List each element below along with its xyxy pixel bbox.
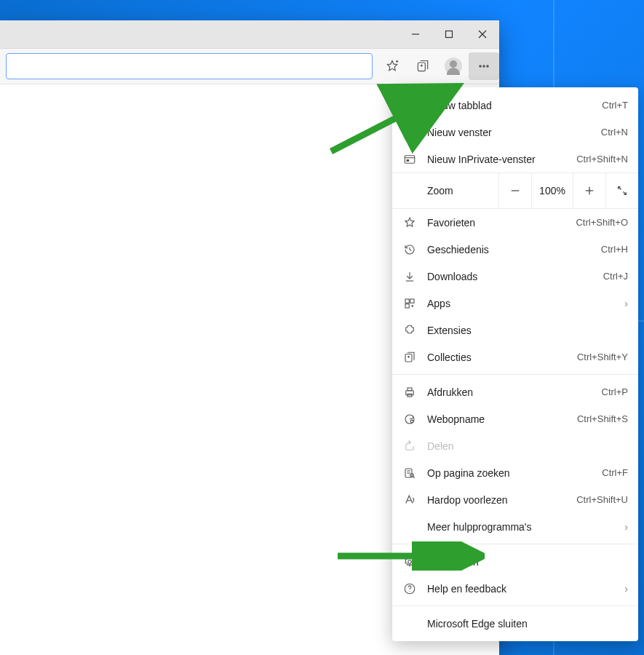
menu-label: Favorieten [427, 217, 565, 229]
menu-item-new-inprivate[interactable]: Nieuw InPrivate-venster Ctrl+Shift+N [392, 146, 638, 172]
window-titlebar [0, 20, 499, 49]
new-tab-icon [402, 98, 417, 113]
web-capture-icon [402, 412, 417, 426]
menu-label: Webopname [427, 413, 567, 425]
desktop-wallpaper: Nieuw tabblad Ctrl+T Nieuw venster Ctrl+… [0, 0, 644, 655]
print-icon [402, 385, 417, 400]
svg-point-9 [480, 66, 481, 67]
svg-rect-37 [408, 388, 412, 391]
menu-shortcut: Ctrl+Shift+Y [577, 352, 628, 362]
menu-item-new-window[interactable]: Nieuw venster Ctrl+N [392, 119, 638, 146]
zoom-label: Zoom [392, 173, 498, 208]
menu-label: Extensies [427, 325, 628, 336]
menu-item-collections[interactable]: Collecties Ctrl+Shift+Y [392, 344, 638, 370]
fullscreen-button[interactable] [605, 173, 638, 208]
help-icon [402, 581, 417, 596]
new-window-icon [402, 125, 417, 140]
chevron-right-icon: › [624, 521, 628, 533]
svg-rect-16 [405, 128, 415, 136]
inprivate-icon [402, 152, 417, 167]
menu-label: Downloads [427, 271, 593, 282]
svg-rect-36 [406, 390, 414, 394]
profile-button[interactable] [438, 52, 469, 80]
settings-menu: Nieuw tabblad Ctrl+T Nieuw venster Ctrl+… [392, 87, 638, 641]
svg-point-47 [408, 560, 412, 563]
menu-divider [392, 606, 638, 606]
svg-rect-20 [407, 159, 410, 162]
menu-label: Instellingen [427, 556, 628, 568]
minimize-button[interactable] [399, 20, 432, 48]
menu-item-favorites[interactable]: Favorieten Ctrl+Shift+O [392, 209, 638, 236]
gear-icon [402, 555, 417, 569]
menu-item-apps[interactable]: Apps › [392, 290, 638, 317]
menu-shortcut: Ctrl+Shift+N [576, 154, 628, 164]
favorites-icon [402, 215, 417, 230]
menu-shortcut: Ctrl+F [602, 467, 628, 478]
menu-label: Hardop voorlezen [427, 494, 566, 506]
menu-label: Nieuw venster [427, 127, 591, 138]
menu-item-downloads[interactable]: Downloads Ctrl+J [392, 263, 638, 290]
menu-label: Meer hulpprogramma's [427, 521, 614, 533]
menu-label: Apps [427, 298, 614, 309]
maximize-button[interactable] [432, 20, 466, 48]
svg-point-40 [410, 420, 413, 423]
svg-rect-28 [405, 299, 409, 303]
browser-toolbar [0, 49, 499, 84]
menu-item-find[interactable]: Op pagina zoeken Ctrl+F [392, 459, 638, 486]
menu-shortcut: Ctrl+P [602, 386, 628, 397]
zoom-value: 100% [531, 173, 573, 208]
menu-item-web-capture[interactable]: Webopname Ctrl+Shift+S [392, 405, 638, 432]
chevron-right-icon: › [624, 583, 628, 595]
menu-shortcut: Ctrl+N [601, 127, 628, 138]
favorites-button[interactable] [377, 52, 408, 80]
share-icon [402, 439, 417, 453]
close-button[interactable] [466, 20, 499, 48]
menu-shortcut: Ctrl+Shift+S [577, 413, 628, 424]
svg-point-10 [483, 66, 485, 67]
menu-item-read-aloud[interactable]: Hardop voorlezen Ctrl+Shift+U [392, 486, 638, 513]
address-bar[interactable] [6, 53, 373, 79]
menu-divider [392, 374, 638, 375]
menu-item-new-tab[interactable]: Nieuw tabblad Ctrl+T [392, 92, 638, 119]
chevron-right-icon: › [624, 298, 628, 309]
menu-shortcut: Ctrl+J [603, 271, 628, 282]
collections-button[interactable] [408, 52, 438, 80]
svg-rect-18 [405, 155, 415, 163]
menu-label: Afdrukken [427, 386, 592, 398]
menu-item-more-tools[interactable]: Meer hulpprogramma's › [392, 513, 638, 540]
menu-item-share: Delen [392, 432, 638, 459]
menu-label: Collecties [427, 352, 567, 363]
menu-item-history[interactable]: Geschiedenis Ctrl+H [392, 236, 638, 263]
profile-avatar-icon [445, 57, 462, 75]
menu-item-extensions[interactable]: Extensies [392, 317, 638, 344]
menu-shortcut: Ctrl+T [602, 100, 628, 111]
svg-rect-29 [410, 299, 414, 303]
menu-shortcut: Ctrl+Shift+O [576, 217, 628, 228]
menu-item-help[interactable]: Help en feedback › [392, 575, 638, 602]
svg-point-49 [409, 591, 410, 592]
read-aloud-icon [402, 493, 417, 507]
zoom-in-button[interactable] [573, 173, 605, 208]
find-icon [402, 466, 417, 480]
menu-label: Op pagina zoeken [427, 467, 592, 479]
more-button[interactable] [469, 52, 499, 80]
downloads-icon [402, 269, 417, 284]
menu-label: Delen [427, 440, 628, 452]
collections-icon [402, 350, 417, 365]
zoom-out-button[interactable] [498, 173, 531, 208]
menu-shortcut: Ctrl+Shift+U [576, 494, 628, 505]
menu-shortcut: Ctrl+H [601, 244, 628, 255]
svg-rect-1 [446, 31, 453, 38]
extensions-icon [402, 323, 417, 338]
menu-item-print[interactable]: Afdrukken Ctrl+P [392, 378, 638, 405]
menu-label: Geschiedenis [427, 244, 591, 255]
menu-label: Nieuw tabblad [427, 100, 592, 111]
menu-label: Help en feedback [427, 583, 614, 595]
svg-line-45 [413, 476, 415, 477]
apps-icon [402, 296, 417, 311]
menu-item-exit[interactable]: Microsoft Edge sluiten [392, 610, 638, 637]
svg-rect-30 [405, 303, 409, 307]
history-icon [402, 242, 417, 257]
menu-item-settings[interactable]: Instellingen [392, 548, 638, 575]
svg-point-11 [487, 66, 488, 67]
